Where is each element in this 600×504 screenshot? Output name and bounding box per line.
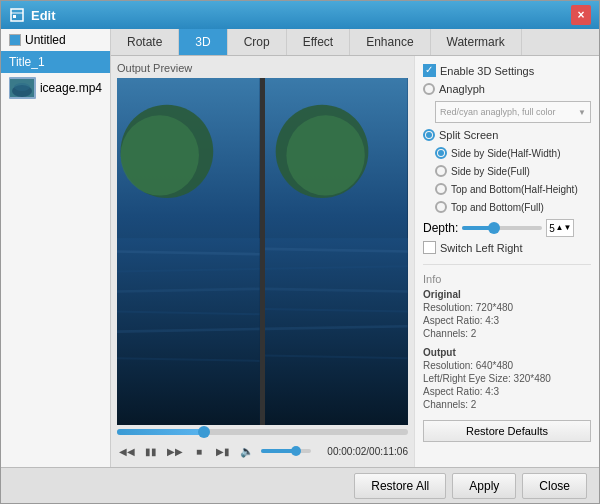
next-button[interactable]: ▶▮	[213, 441, 233, 461]
output-resolution: Resolution: 640*480	[423, 360, 591, 371]
depth-row: Depth: 5 ▲▼	[423, 219, 591, 237]
video-preview	[117, 78, 408, 425]
option-side-full-radio[interactable]	[435, 165, 447, 177]
tab-effect[interactable]: Effect	[287, 29, 350, 55]
tab-3d[interactable]: 3D	[179, 29, 227, 55]
rewind-button[interactable]: ◀◀	[117, 441, 137, 461]
fast-forward-button[interactable]: ▶▶	[165, 441, 185, 461]
sidebar-item-untitled[interactable]: Untitled	[1, 29, 110, 51]
video-left-half	[117, 78, 260, 425]
depth-value: 5	[549, 223, 555, 234]
option-side-full-label: Side by Side(Full)	[451, 166, 530, 177]
restore-defaults-button[interactable]: Restore Defaults	[423, 420, 591, 442]
option-top-full-row: Top and Bottom(Full)	[435, 201, 591, 213]
tabs-bar: Rotate 3D Crop Effect Enhance Watermark	[111, 29, 599, 56]
svg-point-18	[287, 115, 365, 195]
sidebar-file-item[interactable]: iceage.mp4	[1, 73, 110, 103]
playback-bar: ◀◀ ▮▮ ▶▶ ■ ▶▮ 🔈 00:00:02/00:11:06	[117, 429, 408, 461]
original-aspect: Aspect Ratio: 4:3	[423, 315, 591, 326]
output-info: Output Resolution: 640*480 Left/Right Ey…	[423, 347, 591, 410]
original-channels: Channels: 2	[423, 328, 591, 339]
sidebar-item-untitled-label: Untitled	[25, 33, 66, 47]
switch-lr-label: Switch Left Right	[440, 242, 523, 254]
info-section: Info Original Resolution: 720*480 Aspect…	[423, 264, 591, 442]
depth-label: Depth:	[423, 221, 458, 235]
tab-rotate[interactable]: Rotate	[111, 29, 179, 55]
output-channels: Channels: 2	[423, 399, 591, 410]
tab-watermark[interactable]: Watermark	[431, 29, 522, 55]
svg-rect-2	[13, 15, 16, 18]
anaglyph-label: Anaglyph	[439, 83, 485, 95]
volume-bar[interactable]	[261, 449, 311, 453]
sidebar-item-title1-label: Title_1	[9, 55, 45, 69]
enable-3d-label: Enable 3D Settings	[440, 65, 534, 77]
progress-fill	[117, 429, 204, 435]
option-side-half-radio[interactable]	[435, 147, 447, 159]
playback-controls: ◀◀ ▮▮ ▶▶ ■ ▶▮ 🔈 00:00:02/00:11:06	[117, 441, 408, 461]
output-label: Output	[423, 347, 591, 358]
option-top-full-radio[interactable]	[435, 201, 447, 213]
preview-panel: Output Preview	[111, 56, 414, 467]
tab-crop[interactable]: Crop	[228, 29, 287, 55]
close-window-button[interactable]: ×	[571, 5, 591, 25]
main-content: Untitled Title_1 iceage.mp4 Rot	[1, 29, 599, 467]
info-title: Info	[423, 273, 591, 285]
title-bar-title: Edit	[31, 8, 571, 23]
option-side-half-label: Side by Side(Half-Width)	[451, 148, 560, 159]
enable-3d-row: Enable 3D Settings	[423, 64, 591, 77]
stop-button[interactable]: ■	[189, 441, 209, 461]
edit-area: Output Preview	[111, 56, 599, 467]
original-label: Original	[423, 289, 591, 300]
close-button[interactable]: Close	[522, 473, 587, 499]
time-display: 00:00:02/00:11:06	[327, 446, 408, 457]
title-bar: Edit ×	[1, 1, 599, 29]
progress-thumb[interactable]	[198, 426, 210, 438]
video-right-half	[265, 78, 408, 425]
depth-slider[interactable]	[462, 226, 542, 230]
sidebar: Untitled Title_1 iceage.mp4	[1, 29, 111, 467]
anaglyph-dropdown-text: Red/cyan anaglyph, full color	[440, 107, 556, 117]
sidebar-item-title1[interactable]: Title_1	[1, 51, 110, 73]
option-top-half-row: Top and Bottom(Half-Height)	[435, 183, 591, 195]
split-screen-row: Split Screen	[423, 129, 591, 141]
output-aspect: Aspect Ratio: 4:3	[423, 386, 591, 397]
split-screen-radio[interactable]	[423, 129, 435, 141]
volume-icon: 🔈	[237, 441, 257, 461]
original-resolution: Resolution: 720*480	[423, 302, 591, 313]
untitled-checkbox[interactable]	[9, 34, 21, 46]
anaglyph-radio[interactable]	[423, 83, 435, 95]
preview-label: Output Preview	[117, 62, 408, 74]
split-screen-label: Split Screen	[439, 129, 498, 141]
anaglyph-row: Anaglyph	[423, 83, 591, 95]
title-bar-icon	[9, 7, 25, 23]
output-eye-size: Left/Right Eye Size: 320*480	[423, 373, 591, 384]
switch-lr-checkbox[interactable]	[423, 241, 436, 254]
option-side-half-row: Side by Side(Half-Width)	[435, 147, 591, 159]
svg-rect-0	[11, 9, 23, 21]
anaglyph-dropdown[interactable]: Red/cyan anaglyph, full color ▼	[435, 101, 591, 123]
pause-button[interactable]: ▮▮	[141, 441, 161, 461]
restore-all-button[interactable]: Restore All	[354, 473, 446, 499]
anaglyph-dropdown-row: Red/cyan anaglyph, full color ▼	[423, 101, 591, 123]
settings-panel: Enable 3D Settings Anaglyph Red/cyan ana…	[414, 56, 599, 467]
enable-3d-checkbox[interactable]	[423, 64, 436, 77]
svg-point-8	[121, 115, 199, 195]
depth-spinbox[interactable]: 5 ▲▼	[546, 219, 574, 237]
switch-lr-row: Switch Left Right	[423, 241, 591, 254]
footer: Restore All Apply Close	[1, 467, 599, 503]
svg-point-5	[14, 83, 30, 91]
file-name-label: iceage.mp4	[40, 81, 102, 95]
split-options: Side by Side(Half-Width) Side by Side(Fu…	[423, 147, 591, 213]
depth-thumb[interactable]	[488, 222, 500, 234]
file-thumbnail	[9, 77, 36, 99]
right-panel: Rotate 3D Crop Effect Enhance Watermark …	[111, 29, 599, 467]
apply-button[interactable]: Apply	[452, 473, 516, 499]
edit-window: Edit × Untitled Title_1 iceage.	[0, 0, 600, 504]
option-side-full-row: Side by Side(Full)	[435, 165, 591, 177]
tab-enhance[interactable]: Enhance	[350, 29, 430, 55]
option-top-half-radio[interactable]	[435, 183, 447, 195]
progress-bar[interactable]	[117, 429, 408, 435]
dropdown-arrow-icon: ▼	[578, 108, 586, 117]
option-top-full-label: Top and Bottom(Full)	[451, 202, 544, 213]
volume-thumb[interactable]	[291, 446, 301, 456]
